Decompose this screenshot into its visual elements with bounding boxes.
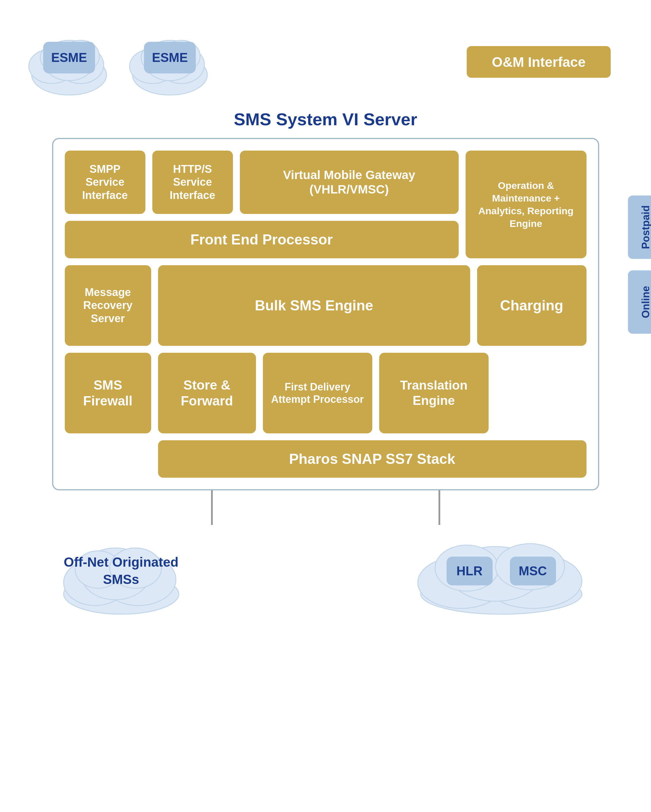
- postpaid-box: Postpaid Charging System: [628, 195, 651, 259]
- front-end-box: Front End Processor: [65, 221, 459, 258]
- hlr-label: HLR: [456, 564, 482, 578]
- postpaid-label: Postpaid Charging System: [639, 200, 651, 254]
- bulk-sms-box: Bulk SMS Engine: [158, 265, 470, 346]
- hlr-msc-boxes: HLR MSC: [447, 557, 556, 585]
- hlr-msc-cloud-container: HLR MSC: [403, 525, 599, 617]
- left-connector-line: [211, 490, 213, 525]
- https-label: HTTP/S Service Interface: [158, 163, 227, 202]
- offnet-text-container: Off-Net Originated SMSs: [52, 554, 190, 588]
- msg-recovery-box: Message Recovery Server: [65, 265, 151, 346]
- main-container: ESME ESME: [0, 0, 651, 812]
- om-engine-box: Operation & Maintenance + Analytics, Rep…: [466, 151, 587, 258]
- translation-label: Translation Engine: [385, 378, 483, 408]
- sms-firewall-label: SMS Firewall: [70, 377, 145, 409]
- online-charging-label: Online Charging System: [639, 275, 651, 329]
- online-charging-box: Online Charging System: [628, 270, 651, 334]
- right-connector-line: [439, 490, 440, 525]
- sms-server-title: SMS System VI Server: [23, 110, 628, 129]
- msg-recovery-label: Message Recovery Server: [70, 286, 145, 325]
- om-engine-label: Operation & Maintenance + Analytics, Rep…: [471, 179, 581, 230]
- sms-firewall-box: SMS Firewall: [65, 353, 151, 433]
- esme2-cloud: ESME: [124, 17, 216, 98]
- esme1-box: ESME: [43, 42, 95, 73]
- interface-grid: SMPP Service Interface HTTP/S Service In…: [65, 151, 587, 258]
- esme1-cloud: ESME: [23, 17, 115, 98]
- hlr-box: HLR: [447, 557, 492, 585]
- esme-clouds: ESME ESME: [23, 17, 216, 98]
- msc-label: MSC: [519, 564, 547, 578]
- msc-box: MSC: [510, 557, 556, 585]
- om-interface-label: O&M Interface: [492, 54, 585, 70]
- connectors-area: [52, 490, 599, 525]
- charging-box: Charging: [477, 265, 587, 346]
- translation-box: Translation Engine: [379, 353, 489, 433]
- charging-label: Charging: [500, 297, 563, 314]
- vmg-label: Virtual Mobile Gateway (VHLR/VMSC): [245, 168, 453, 197]
- bottom-section: Off-Net Originated SMSs HLR MSC: [52, 525, 599, 617]
- row2-grid: Message Recovery Server Bulk SMS Engine …: [65, 265, 587, 346]
- pharos-box: Pharos SNAP SS7 Stack: [158, 440, 587, 478]
- om-interface-area: O&M Interface: [467, 23, 628, 78]
- https-box: HTTP/S Service Interface: [152, 151, 233, 214]
- store-forward-label: Store & Forward: [164, 377, 250, 409]
- front-end-label: Front End Processor: [190, 231, 333, 248]
- first-delivery-label: First Delivery Attempt Processor: [268, 381, 366, 405]
- server-box-wrapper: SMPP Service Interface HTTP/S Service In…: [52, 138, 599, 490]
- pharos-grid: Pharos SNAP SS7 Stack: [65, 440, 587, 478]
- first-delivery-box: First Delivery Attempt Processor: [263, 353, 372, 433]
- esme2-label: ESME: [152, 50, 188, 65]
- smpp-label: SMPP Service Interface: [70, 163, 140, 202]
- right-external-boxes: Postpaid Charging System Online Charging…: [628, 195, 651, 334]
- store-forward-box: Store & Forward: [158, 353, 256, 433]
- server-box: SMPP Service Interface HTTP/S Service In…: [52, 138, 599, 490]
- pharos-label: Pharos SNAP SS7 Stack: [289, 450, 455, 468]
- offnet-label: Off-Net Originated SMSs: [64, 555, 178, 587]
- top-row: ESME ESME: [23, 17, 628, 98]
- row3-grid: SMS Firewall Store & Forward First Deliv…: [65, 353, 587, 433]
- vmg-box: Virtual Mobile Gateway (VHLR/VMSC): [240, 151, 459, 214]
- bulk-sms-label: Bulk SMS Engine: [255, 297, 373, 314]
- offnet-cloud-container: Off-Net Originated SMSs: [52, 525, 190, 617]
- esme1-label: ESME: [51, 50, 87, 65]
- smpp-box: SMPP Service Interface: [65, 151, 145, 214]
- esme2-box: ESME: [144, 42, 196, 73]
- om-interface-box: O&M Interface: [467, 46, 611, 78]
